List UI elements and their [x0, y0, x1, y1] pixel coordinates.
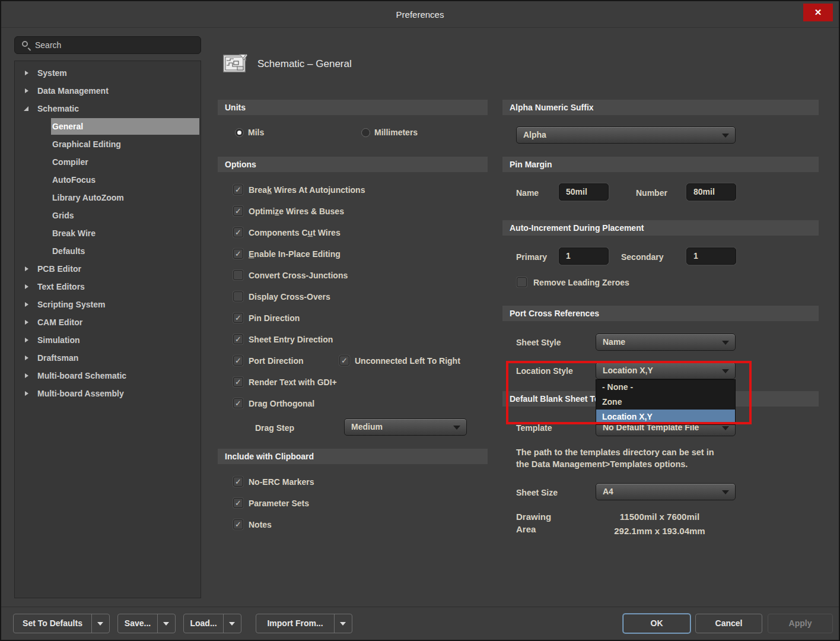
set-to-defaults-button[interactable]: Set To Defaults	[13, 614, 110, 633]
location-style-label: Location Style	[516, 366, 573, 376]
components-cut-wires-label[interactable]: Components Cut Wires	[249, 228, 341, 238]
millimeters-radio[interactable]	[361, 128, 370, 137]
import-from-button[interactable]: Import From...	[256, 614, 352, 633]
tree-item-grids[interactable]: Grids	[15, 207, 201, 224]
drag-orthogonal-label[interactable]: Drag Orthogonal	[249, 399, 314, 409]
close-button[interactable]: ✕	[803, 4, 833, 21]
drawing-area-label-line1: Drawing	[516, 512, 551, 522]
enable-inplace-editing-checkbox[interactable]: ✓	[233, 249, 243, 259]
drawing-area-mil-value: 11500mil x 7600mil	[580, 512, 740, 522]
tree-item-text-editors[interactable]: Text Editors	[15, 278, 201, 296]
units-section-header: Units	[218, 100, 488, 115]
check-icon: ✓	[234, 477, 243, 486]
check-icon: ✓	[234, 249, 243, 258]
chevron-down-icon	[722, 369, 729, 373]
millimeters-radio-label[interactable]: Millimeters	[374, 128, 418, 138]
port-direction-label[interactable]: Port Direction	[249, 356, 304, 366]
check-icon: ✓	[340, 356, 349, 365]
dropdown-arrow-icon[interactable]	[157, 614, 175, 633]
page-title: Schematic – General	[257, 58, 352, 70]
pin-direction-label[interactable]: Pin Direction	[249, 313, 300, 323]
break-wires-label[interactable]: Break Wires At Autojunctions	[249, 185, 365, 195]
location-style-dropdown-list: - None - Zone Location X,Y	[596, 379, 736, 425]
no-erc-markers-label[interactable]: No-ERC Markers	[249, 477, 314, 487]
preferences-tree: System Data Management Schematic General…	[14, 61, 201, 598]
search-input[interactable]: Search	[14, 36, 201, 54]
render-text-gdi-label[interactable]: Render Text with GDI+	[249, 377, 337, 388]
components-cut-wires-checkbox[interactable]: ✓	[233, 227, 243, 237]
alpha-suffix-section-header: Alpha Numeric Suffix	[502, 100, 819, 115]
display-cross-overs-checkbox[interactable]: ✓	[233, 291, 243, 302]
tree-item-system[interactable]: System	[15, 64, 201, 82]
primary-label: Primary	[516, 252, 547, 262]
tree-item-compiler[interactable]: Compiler	[15, 153, 201, 171]
tree-item-multiboard-schematic[interactable]: Multi-board Schematic	[15, 367, 201, 385]
remove-leading-zeroes-checkbox[interactable]: ✓	[517, 277, 527, 287]
parameter-sets-label[interactable]: Parameter Sets	[249, 499, 309, 509]
tree-item-library-autozoom[interactable]: Library AutoZoom	[15, 189, 201, 207]
drag-orthogonal-checkbox[interactable]: ✓	[233, 398, 243, 408]
unconnected-left-to-right-label[interactable]: Unconnected Left To Right	[355, 356, 460, 366]
tree-item-autofocus[interactable]: AutoFocus	[15, 171, 201, 189]
dropdown-option-none[interactable]: - None -	[596, 380, 735, 395]
sheet-entry-direction-checkbox[interactable]: ✓	[233, 334, 243, 344]
chevron-right-icon	[25, 338, 28, 342]
drag-step-label: Drag Step	[255, 423, 294, 433]
tree-item-break-wire[interactable]: Break Wire	[15, 224, 201, 242]
tree-item-draftsman[interactable]: Draftsman	[15, 349, 201, 367]
display-cross-overs-label[interactable]: Display Cross-Overs	[249, 292, 330, 302]
alpha-suffix-dropdown[interactable]: Alpha	[516, 126, 736, 144]
dropdown-arrow-icon[interactable]	[91, 614, 109, 633]
pin-margin-section-header: Pin Margin	[502, 157, 819, 172]
tree-item-data-management[interactable]: Data Management	[15, 82, 201, 100]
tree-item-defaults[interactable]: Defaults	[15, 242, 201, 260]
enable-inplace-editing-label[interactable]: Enable In-Place Editing	[249, 249, 341, 259]
secondary-input[interactable]: 1	[686, 247, 736, 265]
dropdown-option-zone[interactable]: Zone	[596, 395, 735, 410]
optimize-wires-label[interactable]: Optimize Wires & Buses	[249, 207, 344, 217]
remove-leading-zeroes-label[interactable]: Remove Leading Zeroes	[533, 278, 629, 288]
port-direction-checkbox[interactable]: ✓	[233, 356, 243, 366]
tree-item-graphical-editing[interactable]: Graphical Editing	[15, 135, 201, 153]
save-button[interactable]: Save...	[117, 614, 176, 633]
apply-button[interactable]: Apply	[768, 614, 833, 633]
convert-cross-junctions-checkbox[interactable]: ✓	[233, 270, 243, 280]
load-button[interactable]: Load...	[183, 614, 241, 633]
notes-label[interactable]: Notes	[249, 520, 272, 530]
dropdown-arrow-icon[interactable]	[223, 614, 241, 633]
ok-button[interactable]: OK	[623, 614, 691, 633]
parameter-sets-checkbox[interactable]: ✓	[233, 498, 243, 508]
dropdown-option-location-xy[interactable]: Location X,Y	[596, 410, 735, 424]
sheet-style-dropdown[interactable]: Name	[596, 334, 736, 351]
optimize-wires-checkbox[interactable]: ✓	[233, 206, 243, 216]
location-style-dropdown[interactable]: Location X,Y	[596, 362, 736, 379]
notes-checkbox[interactable]: ✓	[233, 519, 243, 529]
unconnected-left-to-right-checkbox[interactable]: ✓	[339, 356, 349, 366]
tree-item-pcb-editor[interactable]: PCB Editor	[15, 260, 201, 278]
no-erc-markers-checkbox[interactable]: ✓	[233, 477, 243, 487]
sheet-entry-direction-label[interactable]: Sheet Entry Direction	[249, 335, 333, 345]
primary-input[interactable]: 1	[559, 247, 609, 265]
chevron-expanded-icon	[24, 106, 28, 111]
tree-item-cam-editor[interactable]: CAM Editor	[15, 313, 201, 331]
tree-item-schematic[interactable]: Schematic	[15, 100, 201, 118]
drag-step-dropdown[interactable]: Medium	[344, 418, 467, 436]
tree-item-scripting-system[interactable]: Scripting System	[15, 296, 201, 313]
tree-item-multiboard-assembly[interactable]: Multi-board Assembly	[15, 385, 201, 402]
break-wires-checkbox[interactable]: ✓	[233, 185, 243, 195]
mils-radio-label[interactable]: Mils	[248, 128, 264, 138]
dropdown-arrow-icon[interactable]	[334, 614, 352, 633]
chevron-right-icon	[25, 373, 28, 378]
convert-cross-junctions-label[interactable]: Convert Cross-Junctions	[249, 271, 348, 281]
tree-item-general[interactable]: General	[15, 118, 201, 135]
sheet-size-dropdown[interactable]: A4	[596, 483, 736, 500]
pin-margin-number-input[interactable]: 80mil	[686, 183, 736, 201]
pin-margin-name-input[interactable]: 50mil	[559, 183, 609, 201]
pin-margin-name-label: Name	[516, 188, 539, 198]
pin-direction-checkbox[interactable]: ✓	[233, 313, 243, 323]
cancel-button[interactable]: Cancel	[695, 614, 762, 633]
mils-radio[interactable]	[235, 128, 244, 137]
tree-item-simulation[interactable]: Simulation	[15, 331, 201, 349]
port-xref-section-header: Port Cross References	[502, 306, 819, 321]
render-text-gdi-checkbox[interactable]: ✓	[233, 377, 243, 387]
